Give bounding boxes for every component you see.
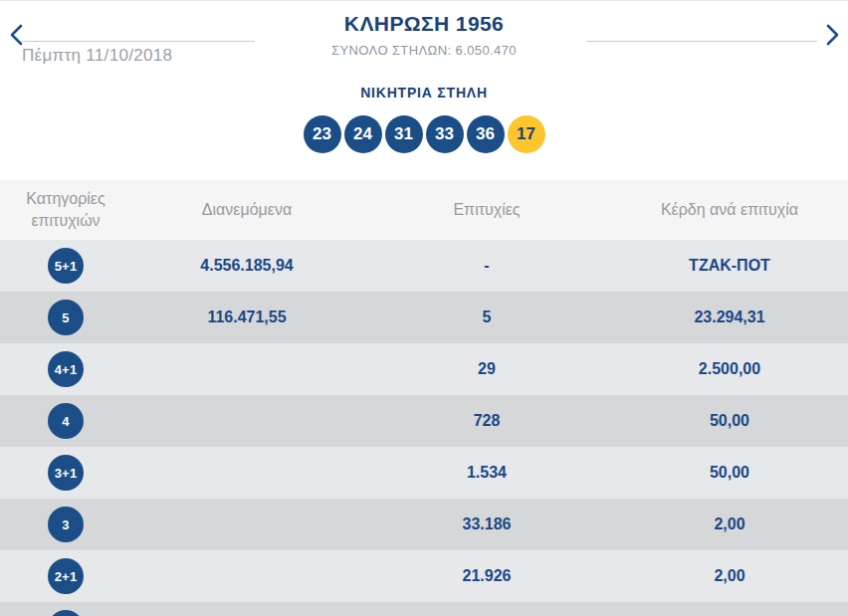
- prize-value: 50,00: [611, 464, 848, 482]
- category-badge: 5: [48, 300, 84, 335]
- results-table: Κατηγορίες επιτυχιών Διανεμόμενα Επιτυχί…: [0, 180, 848, 616]
- joker-number-ball: 17: [508, 115, 545, 153]
- distributed-value: 4.556.185,94: [131, 257, 362, 275]
- winners-value: 728: [362, 412, 611, 430]
- winning-numbers: 23 24 31 33 36 17: [0, 115, 848, 153]
- category-badge: 4: [48, 403, 84, 439]
- table-row: 4+1 29 2.500,00: [0, 343, 848, 395]
- winners-value: 29: [362, 360, 611, 378]
- header-categories: Κατηγορίες επιτυχιών: [0, 188, 131, 231]
- table-row: [0, 602, 848, 616]
- table-row: 3+1 1.534 50,00: [0, 447, 848, 499]
- draw-date: Πέμπτη 11/10/2018: [22, 46, 172, 66]
- category-badge: 5+1: [48, 248, 84, 284]
- winning-number-ball: 31: [385, 115, 423, 153]
- category-badge: 4+1: [48, 351, 84, 387]
- winners-value: 5: [362, 308, 611, 326]
- distributed-value: 116.471,55: [131, 308, 362, 326]
- prize-value: ΤΖΑΚ-ΠΟΤ: [611, 257, 848, 275]
- category-badge: 3: [48, 507, 84, 542]
- category-badge: 3+1: [48, 455, 84, 491]
- table-row: 3 33.186 2,00: [0, 499, 848, 550]
- table-header-row: Κατηγορίες επιτυχιών Διανεμόμενα Επιτυχί…: [0, 180, 848, 240]
- draw-header: Πέμπτη 11/10/2018 ΚΛΗΡΩΣΗ 1956 ΣΥΝΟΛΟ ΣΤ…: [0, 1, 848, 180]
- table-row: 2+1 21.926 2,00: [0, 550, 848, 602]
- winners-value: -: [362, 257, 611, 275]
- header-divider-right: [586, 41, 817, 42]
- table-row: 5+1 4.556.185,94 - ΤΖΑΚ-ΠΟΤ: [0, 240, 848, 292]
- table-row: 4 728 50,00: [0, 395, 848, 447]
- draw-results-page: Πέμπτη 11/10/2018 ΚΛΗΡΩΣΗ 1956 ΣΥΝΟΛΟ ΣΤ…: [0, 0, 848, 616]
- chevron-right-icon: [826, 24, 839, 46]
- table-row: 5 116.471,55 5 23.294,31: [0, 292, 848, 343]
- prize-value: 2,00: [611, 515, 848, 533]
- header-prize: Κέρδη ανά επιτυχία: [611, 199, 848, 221]
- chevron-left-icon: [10, 24, 23, 46]
- winning-column-heading: ΝΙΚΗΤΡΙΑ ΣΤΗΛΗ: [0, 85, 848, 101]
- winning-number-ball: 23: [304, 115, 341, 153]
- winning-number-ball: 24: [344, 115, 382, 153]
- next-draw-button[interactable]: [821, 23, 843, 47]
- prize-value: 23.294,31: [611, 308, 848, 326]
- category-badge: [48, 610, 84, 616]
- category-badge: 2+1: [48, 558, 84, 594]
- header-divider-left: [22, 41, 255, 42]
- winners-value: 21.926: [362, 567, 611, 585]
- previous-draw-button[interactable]: [5, 23, 27, 47]
- draw-title: ΚΛΗΡΩΣΗ 1956: [0, 1, 848, 36]
- winners-value: 33.186: [362, 515, 611, 533]
- header-winners: Επιτυχίες: [362, 199, 611, 221]
- winners-value: 1.534: [362, 464, 611, 482]
- prize-value: 50,00: [611, 412, 848, 430]
- winning-number-ball: 36: [467, 115, 505, 153]
- winning-number-ball: 33: [426, 115, 464, 153]
- prize-value: 2,00: [611, 567, 848, 585]
- prize-value: 2.500,00: [611, 360, 848, 378]
- header-distributed: Διανεμόμενα: [131, 199, 362, 221]
